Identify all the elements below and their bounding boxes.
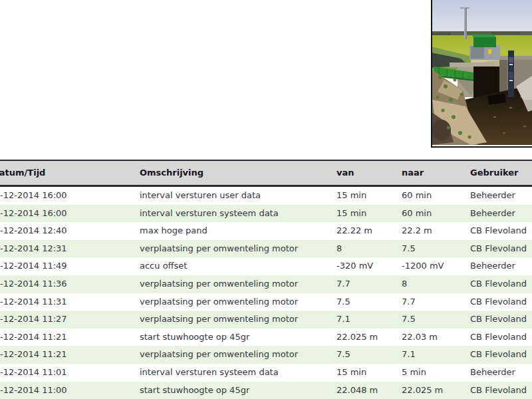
- cell-naar: 22.025 m: [402, 382, 470, 399]
- cell-naar: 7.1: [402, 346, 470, 364]
- cell-omschrijving: accu offset: [140, 257, 336, 275]
- cell-van: 15 min: [336, 186, 402, 205]
- cell-naar: 7.5: [402, 311, 470, 329]
- table-row: -12-2014 11:01interval versturen systeem…: [0, 364, 532, 382]
- cell-datetime: -12-2014 16:00: [0, 205, 140, 223]
- cell-datetime: -12-2014 11:01: [0, 364, 140, 382]
- table-row: -12-2014 11:49accu offset-320 mV-1200 mV…: [0, 257, 532, 275]
- cell-naar: 22.2 m: [402, 222, 470, 240]
- cell-van: 7.7: [336, 275, 402, 293]
- cell-gebruiker: CB Flevoland: [470, 329, 532, 346]
- cell-gebruiker: Beheerder: [470, 186, 532, 205]
- concrete-beam: [450, 63, 495, 67]
- cell-datetime: -12-2014 11:00: [0, 382, 140, 399]
- cell-naar: 8: [402, 275, 470, 293]
- cell-omschrijving: verplaatsing per omwenteling motor: [140, 275, 336, 293]
- cell-datetime: -12-2014 12:31: [0, 240, 140, 258]
- cell-van: -320 mV: [336, 257, 402, 275]
- table-row: -12-2014 11:31verplaatsing per omwenteli…: [0, 293, 532, 311]
- cell-omschrijving: verplaatsing per omwenteling motor: [140, 293, 336, 311]
- column-header-van: van: [336, 160, 402, 186]
- cell-omschrijving: interval versturen systeem data: [140, 205, 336, 223]
- table-row: -12-2014 12:40max hoge pand22.22 m22.2 m…: [0, 222, 532, 240]
- cell-naar: 7.7: [402, 293, 470, 311]
- equipment-frame: [469, 45, 500, 60]
- table-row: -12-2014 16:00interval versturen user da…: [0, 186, 532, 205]
- cell-naar: 60 min: [402, 186, 470, 205]
- table-row: -12-2014 16:00interval versturen systeem…: [0, 205, 532, 223]
- photo-sky: [431, 0, 532, 36]
- cell-gebruiker: Beheerder: [470, 364, 532, 382]
- yellow-marker: [488, 49, 491, 54]
- cell-omschrijving: interval versturen user data: [140, 186, 336, 205]
- cell-gebruiker: CB Flevoland: [470, 382, 532, 399]
- cell-van: 8: [336, 240, 402, 258]
- cell-van: 15 min: [336, 364, 402, 382]
- cell-gebruiker: Beheerder: [470, 205, 532, 223]
- cell-naar: 22.03 m: [402, 329, 470, 346]
- cell-van: 22.048 m: [336, 382, 402, 399]
- cell-omschrijving: verplaatsing per omwenteling motor: [140, 240, 336, 258]
- cell-van: 7.1: [336, 311, 402, 329]
- cell-datetime: -12-2014 11:21: [0, 329, 140, 346]
- cell-van: 7.5: [336, 346, 402, 364]
- cell-naar: -1200 mV: [402, 257, 470, 275]
- cell-datetime: -12-2014 12:40: [0, 222, 140, 240]
- staff-gauge: [508, 51, 514, 97]
- electronics-cabinet: [471, 35, 496, 47]
- column-header-omschrijving: Omschrijving: [140, 160, 336, 186]
- cell-datetime: -12-2014 11:31: [0, 293, 140, 311]
- column-header-gebruiker: Gebruiker: [470, 160, 532, 186]
- cell-datetime: -12-2014 16:00: [0, 186, 140, 205]
- cell-omschrijving: max hoge pand: [140, 222, 336, 240]
- cell-datetime: -12-2014 11:27: [0, 311, 140, 329]
- table-row: -12-2014 11:27verplaatsing per omwenteli…: [0, 311, 532, 329]
- weir-photo: [431, 0, 532, 148]
- table-row: -12-2014 11:00start stuwhoogte op 45gr22…: [0, 382, 532, 399]
- cell-datetime: -12-2014 11:21: [0, 346, 140, 364]
- cell-gebruiker: CB Flevoland: [470, 293, 532, 311]
- cell-van: 15 min: [336, 205, 402, 223]
- cell-omschrijving: interval versturen systeem data: [140, 364, 336, 382]
- cell-van: 22.025 m: [336, 329, 402, 346]
- cell-gebruiker: CB Flevoland: [470, 311, 532, 329]
- cell-omschrijving: verplaatsing per omwenteling motor: [140, 311, 336, 329]
- column-header-naar: naar: [402, 160, 470, 186]
- cell-omschrijving: verplaatsing per omwenteling motor: [140, 346, 336, 364]
- cell-datetime: -12-2014 11:49: [0, 257, 140, 275]
- cell-van: 7.5: [336, 293, 402, 311]
- log-table: Datum/Tijd Omschrijving van naar Gebruik…: [0, 160, 532, 399]
- cell-gebruiker: CB Flevoland: [470, 275, 532, 293]
- cell-naar: 60 min: [402, 205, 470, 223]
- table-row: -12-2014 11:21start stuwhoogte op 45gr22…: [0, 329, 532, 346]
- log-table-body: -12-2014 16:00interval versturen user da…: [0, 186, 532, 399]
- cell-naar: 7.5: [402, 240, 470, 258]
- cell-gebruiker: Beheerder: [470, 257, 532, 275]
- cell-naar: 5 min: [402, 364, 470, 382]
- table-row: -12-2014 11:36verplaatsing per omwenteli…: [0, 275, 532, 293]
- cell-omschrijving: start stuwhoogte op 45gr: [140, 382, 336, 399]
- cell-gebruiker: CB Flevoland: [470, 346, 532, 364]
- table-row: -12-2014 12:31verplaatsing per omwenteli…: [0, 240, 532, 258]
- cell-gebruiker: CB Flevoland: [470, 222, 532, 240]
- column-header-datum-tijd: Datum/Tijd: [0, 160, 140, 186]
- log-table-header: Datum/Tijd Omschrijving van naar Gebruik…: [0, 160, 532, 186]
- cell-omschrijving: start stuwhoogte op 45gr: [140, 329, 336, 346]
- cell-van: 22.22 m: [336, 222, 402, 240]
- table-row: -12-2014 11:21verplaatsing per omwenteli…: [0, 346, 532, 364]
- cell-gebruiker: CB Flevoland: [470, 240, 532, 258]
- cell-datetime: -12-2014 11:36: [0, 275, 140, 293]
